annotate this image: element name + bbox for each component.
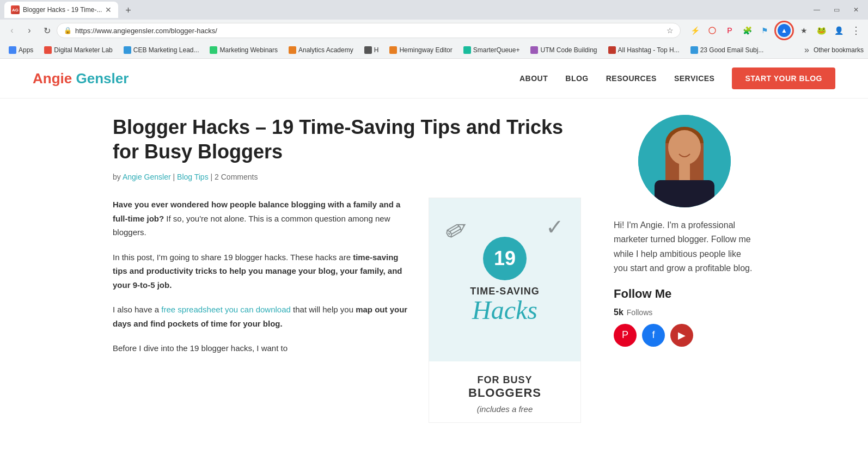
- nav-about[interactable]: ABOUT: [519, 74, 548, 83]
- infographic-subtitle: FOR BUSY: [438, 374, 572, 386]
- bookmark-favicon: [9, 46, 16, 54]
- bookmark-favicon: [289, 46, 296, 54]
- para3-start: I also have a: [113, 305, 159, 314]
- article-para3: I also have a free spreadsheet you can d…: [113, 303, 412, 330]
- infographic: ✏ ✓ 19 TIME-SAVING Hacks: [429, 198, 581, 423]
- bookmark-favicon: [530, 46, 538, 54]
- logo-gensler: Gensler: [76, 70, 129, 87]
- para3-link[interactable]: free spreadsheet you can download: [161, 305, 291, 314]
- sidebar-bio: Hi! I'm Angie. I'm a professional market…: [614, 218, 755, 276]
- pinterest-icon[interactable]: P: [614, 324, 637, 347]
- bookmark-label: Digital Marketer Lab: [54, 46, 112, 54]
- follow-label: Follows: [627, 308, 652, 317]
- follow-count: 5k Follows: [614, 308, 755, 317]
- main-layout: Blogger Hacks – 19 Time-Saving Tips and …: [80, 99, 788, 439]
- pencil-decoration: ✏: [439, 211, 474, 249]
- avatar-svg: [638, 115, 731, 207]
- bookmark-favicon: [608, 46, 616, 54]
- article-section: Blogger Hacks – 19 Time-Saving Tips and …: [113, 99, 603, 439]
- bookmark-star-icon[interactable]: ☆: [667, 26, 674, 35]
- active-tab[interactable]: AG Blogger Hacks - 19 Time-... ✕: [4, 2, 118, 18]
- forward-button[interactable]: ›: [22, 23, 37, 38]
- chrome-ext-icon-3[interactable]: ★: [796, 23, 811, 38]
- bookmark-label: Analytics Academy: [298, 46, 353, 54]
- bookmark-digital-marketer[interactable]: Digital Marketer Lab: [40, 45, 117, 55]
- bookmark-all-hashtag[interactable]: All Hashtag - Top H...: [604, 45, 684, 55]
- tab-title: Blogger Hacks - 19 Time-...: [23, 6, 102, 14]
- bookmark-favicon: [364, 46, 372, 54]
- bookmark-smarterqueue[interactable]: SmarterQueue+: [459, 45, 524, 55]
- article-para2: In this post, I'm going to share 19 blog…: [113, 250, 412, 292]
- secure-icon: 🔒: [64, 27, 72, 34]
- bookmark-hemingway-h[interactable]: H: [360, 45, 383, 55]
- chrome-ext-icon-5[interactable]: 👤: [831, 23, 846, 38]
- bookmark-label: SmarterQueue+: [473, 46, 520, 54]
- infographic-top: ✏ ✓ 19 TIME-SAVING Hacks: [429, 198, 580, 361]
- bookmark-favicon: [389, 46, 397, 54]
- para2-start: In this post, I'm going to share 19 blog…: [113, 253, 351, 262]
- meta-category-link[interactable]: Blog Tips: [177, 173, 209, 181]
- bookmark-utm[interactable]: UTM Code Building: [526, 45, 601, 55]
- bookmark-marketing-webinars[interactable]: Marketing Webinars: [205, 45, 282, 55]
- close-window-button[interactable]: ✕: [848, 2, 864, 17]
- bookmark-email-subj[interactable]: 23 Good Email Subj...: [686, 45, 768, 55]
- browser-frame: AG Blogger Hacks - 19 Time-... ✕ + — ▭ ✕…: [0, 0, 868, 467]
- nav-resources[interactable]: RESOURCES: [606, 74, 657, 83]
- bookmark-analytics-academy[interactable]: Analytics Academy: [284, 45, 358, 55]
- back-button[interactable]: ‹: [4, 23, 20, 38]
- bookmark-favicon: [463, 46, 471, 54]
- bookmark-label: UTM Code Building: [540, 46, 597, 54]
- bookmark-label: Hemingway Editor: [399, 46, 452, 54]
- bookmarks-more-button[interactable]: »: [804, 45, 809, 55]
- pinterest-ext-icon[interactable]: P: [722, 23, 737, 38]
- nav-services[interactable]: SERVICES: [674, 74, 715, 83]
- bookmark-ceb[interactable]: CEB Marketing Lead...: [119, 45, 204, 55]
- new-tab-button[interactable]: +: [120, 3, 136, 18]
- extensions-icon[interactable]: ⚡: [687, 23, 702, 38]
- reload-button[interactable]: ↻: [39, 23, 54, 38]
- url-bar[interactable]: 🔒 https://www.angiegensler.com/blogger-h…: [57, 23, 681, 38]
- article-meta: by Angie Gensler | Blog Tips | 2 Comment…: [113, 173, 581, 181]
- highlighted-extension-icon: ▲: [774, 21, 794, 40]
- chrome-menu-button[interactable]: ⋮: [848, 23, 864, 38]
- svg-rect-5: [679, 164, 690, 180]
- chrome-ext-icon-2[interactable]: ⚑: [757, 23, 772, 38]
- youtube-icon[interactable]: ▶: [670, 324, 693, 347]
- infographic-number: 19: [494, 247, 516, 270]
- start-your-blog-button[interactable]: START YOUR BLOG: [732, 67, 835, 89]
- logo-angie: Angie: [33, 70, 72, 87]
- chrome-ext-icon-1[interactable]: 🧩: [739, 23, 755, 38]
- minimize-button[interactable]: —: [809, 2, 824, 17]
- article-para1: Have you ever wondered how people balanc…: [113, 198, 412, 239]
- facebook-icon[interactable]: f: [642, 324, 665, 347]
- infographic-column: ✏ ✓ 19 TIME-SAVING Hacks: [429, 198, 581, 423]
- tab-favicon: AG: [11, 5, 20, 14]
- meta-author-link[interactable]: Angie Gensler: [123, 173, 171, 181]
- tab-bar: AG Blogger Hacks - 19 Time-... ✕ +: [4, 2, 809, 18]
- bookmark-favicon: [44, 46, 52, 54]
- site-header: Angie Gensler ABOUT BLOG RESOURCES SERVI…: [0, 59, 868, 99]
- site-nav: ABOUT BLOG RESOURCES SERVICES START YOUR…: [519, 67, 835, 89]
- other-bookmarks-label[interactable]: Other bookmarks: [814, 46, 864, 54]
- address-bar: ‹ › ↻ 🔒 https://www.angiegensler.com/blo…: [0, 20, 868, 41]
- para3-mid: that will help you: [293, 305, 353, 314]
- pocket-icon[interactable]: [705, 23, 720, 38]
- text-column: Have you ever wondered how people balanc…: [113, 198, 412, 366]
- window-controls: — ▭ ✕: [809, 2, 864, 17]
- author-avatar: [638, 115, 731, 207]
- svg-point-3: [668, 130, 701, 165]
- chrome-ext-icon-4[interactable]: 🐸: [814, 23, 829, 38]
- maximize-button[interactable]: ▭: [829, 2, 844, 17]
- article-title: Blogger Hacks – 19 Time-Saving Tips and …: [113, 115, 581, 164]
- bookmark-apps[interactable]: Apps: [4, 45, 38, 55]
- bookmark-favicon: [124, 46, 131, 54]
- bookmark-label: 23 Good Email Subj...: [700, 46, 764, 54]
- url-text: https://www.angiegensler.com/blogger-hac…: [75, 27, 663, 35]
- nav-blog[interactable]: BLOG: [565, 74, 588, 83]
- bookmark-label: Apps: [19, 46, 33, 54]
- bookmark-hemingway-editor[interactable]: Hemingway Editor: [385, 45, 456, 55]
- bookmark-label: All Hashtag - Top H...: [618, 46, 680, 54]
- tab-close-button[interactable]: ✕: [105, 5, 112, 14]
- checkmark-decoration: ✓: [546, 214, 564, 239]
- blue-extension-icon[interactable]: ▲: [778, 24, 791, 37]
